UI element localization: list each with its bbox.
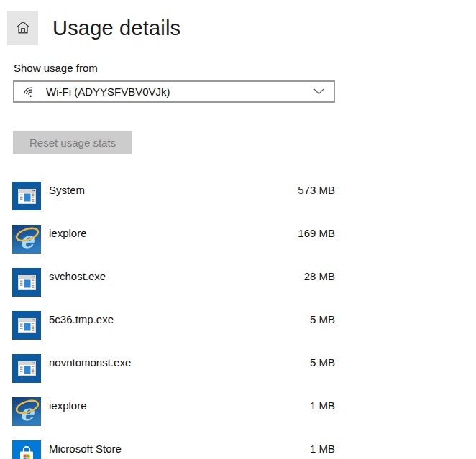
app-usage-value: 573 MB	[298, 184, 335, 196]
page-header: Usage details	[7, 11, 180, 45]
app-usage-value: 5 MB	[310, 313, 335, 325]
internet-explorer-icon: e	[12, 397, 41, 426]
usage-list-item[interactable]: e iexplore 169 MB	[12, 221, 335, 264]
app-usage-value: 1 MB	[310, 442, 335, 455]
home-icon	[15, 19, 31, 37]
internet-explorer-icon: e	[12, 225, 41, 254]
app-icon	[12, 354, 41, 383]
app-icon	[12, 268, 41, 297]
usage-list-item[interactable]: e iexplore 1 MB	[12, 394, 335, 437]
app-name: System	[49, 184, 85, 196]
app-usage-value: 1 MB	[310, 399, 335, 412]
app-name: svchost.exe	[49, 270, 106, 282]
usage-list-item[interactable]: System 573 MB	[12, 178, 335, 221]
wifi-icon	[24, 85, 38, 99]
usage-list-item[interactable]: Microsoft Store 1 MB	[12, 437, 335, 459]
usage-list-item[interactable]: svchost.exe 28 MB	[12, 264, 335, 307]
app-usage-value: 169 MB	[298, 227, 335, 239]
executable-icon	[12, 182, 41, 210]
usage-bar	[49, 420, 335, 427]
usage-bar	[49, 205, 335, 212]
reset-usage-stats-button[interactable]: Reset usage stats	[13, 131, 132, 154]
microsoft-store-icon	[12, 440, 41, 459]
usage-list: System 573 MB e iexplore 169 MB	[12, 178, 335, 459]
usage-bar	[49, 377, 335, 384]
executable-icon	[12, 354, 41, 383]
page-title: Usage details	[52, 17, 180, 40]
show-usage-from-label: Show usage from	[14, 62, 98, 74]
chevron-down-icon	[313, 88, 324, 95]
usage-details-page: Usage details Show usage from Wi-Fi (ADY…	[0, 0, 476, 459]
app-icon: e	[12, 397, 41, 426]
app-icon: e	[12, 225, 41, 254]
usage-list-item[interactable]: novntomonst.exe 5 MB	[12, 351, 335, 394]
app-name: iexplore	[49, 399, 87, 412]
app-usage-value: 28 MB	[304, 270, 335, 282]
network-dropdown-value: Wi-Fi (ADYYSFVBV0VJk)	[46, 85, 313, 98]
usage-bar	[49, 248, 335, 255]
app-icon	[12, 182, 41, 210]
app-name: 5c36.tmp.exe	[49, 313, 114, 325]
network-dropdown[interactable]: Wi-Fi (ADYYSFVBV0VJk)	[13, 80, 335, 103]
app-name: novntomonst.exe	[49, 356, 131, 368]
executable-icon	[12, 268, 41, 297]
app-usage-value: 5 MB	[310, 356, 335, 368]
usage-bar	[49, 334, 335, 341]
executable-icon	[12, 311, 41, 340]
home-button[interactable]	[7, 11, 38, 45]
app-icon	[12, 440, 41, 459]
usage-list-item[interactable]: 5c36.tmp.exe 5 MB	[12, 307, 335, 351]
app-icon	[12, 311, 41, 340]
app-name: Microsoft Store	[49, 442, 122, 455]
usage-bar	[49, 291, 335, 298]
app-name: iexplore	[49, 227, 87, 239]
